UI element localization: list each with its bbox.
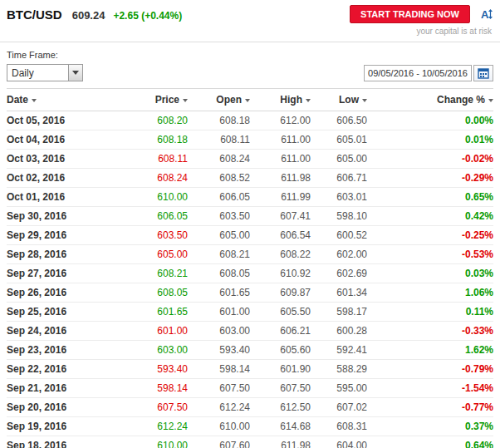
table-row: Sep 22, 2016593.40598.14601.90588.29-0.7… bbox=[7, 360, 493, 379]
cell-open: 607.60 bbox=[188, 436, 250, 448]
table-row: Oct 05, 2016608.20608.18612.00606.500.00… bbox=[7, 111, 493, 130]
cell-price: 610.00 bbox=[125, 436, 188, 448]
cell-open: 612.24 bbox=[188, 398, 250, 417]
cell-date: Sep 30, 2016 bbox=[7, 207, 125, 226]
cell-change: -0.33% bbox=[367, 322, 493, 341]
table-row: Sep 26, 2016608.05601.65609.87601.341.06… bbox=[7, 283, 493, 303]
calendar-icon bbox=[478, 67, 489, 79]
cell-change: -0.79% bbox=[367, 360, 493, 379]
cell-date: Sep 29, 2016 bbox=[7, 226, 125, 245]
font-size-icon[interactable]: A bbox=[478, 7, 493, 22]
cell-price: 601.65 bbox=[125, 303, 188, 322]
cell-change: 0.64% bbox=[367, 436, 493, 448]
column-header-price[interactable]: Price bbox=[125, 89, 188, 111]
table-row: Oct 04, 2016608.18608.11611.00605.010.01… bbox=[7, 130, 493, 150]
cell-change: -0.25% bbox=[367, 226, 493, 245]
cell-date: Sep 23, 2016 bbox=[7, 341, 125, 360]
cell-price: 607.50 bbox=[125, 398, 188, 417]
cell-high: 610.92 bbox=[250, 264, 311, 283]
history-table: Date Price Open High Low Change % Oct 05… bbox=[7, 88, 493, 448]
column-header-change[interactable]: Change % bbox=[367, 89, 493, 111]
top-bar: BTC/USD 609.24 +2.65 (+0.44%) START TRAD… bbox=[0, 0, 500, 36]
chevron-down-icon bbox=[72, 71, 79, 75]
cell-price: 605.00 bbox=[125, 245, 188, 264]
cell-change: -0.77% bbox=[367, 398, 493, 417]
cell-low: 598.17 bbox=[311, 303, 367, 322]
cell-open: 606.05 bbox=[188, 188, 250, 207]
cell-low: 592.41 bbox=[311, 341, 367, 360]
cell-high: 611.99 bbox=[250, 188, 311, 207]
cell-change: 0.65% bbox=[367, 188, 493, 207]
table-row: Sep 24, 2016601.00603.00606.21600.28-0.3… bbox=[7, 322, 493, 341]
sort-icon bbox=[32, 99, 37, 102]
cell-date: Oct 04, 2016 bbox=[7, 130, 125, 150]
table-row: Sep 23, 2016603.00593.40605.60592.411.62… bbox=[7, 341, 493, 360]
timeframe-label: Time Frame: bbox=[7, 50, 493, 60]
cell-price: 593.40 bbox=[125, 360, 188, 379]
cell-open: 608.18 bbox=[188, 111, 250, 130]
cell-price: 608.05 bbox=[125, 283, 188, 303]
column-header-low[interactable]: Low bbox=[311, 89, 367, 111]
cell-date: Sep 21, 2016 bbox=[7, 379, 125, 398]
table-row: Sep 20, 2016607.50612.24612.50607.02-0.7… bbox=[7, 398, 493, 417]
pair-title: BTC/USD bbox=[7, 7, 62, 22]
cell-open: 603.00 bbox=[188, 322, 250, 341]
top-right-block: START TRADING NOW A your capital is at r… bbox=[350, 5, 493, 36]
column-header-high[interactable]: High bbox=[250, 89, 311, 111]
cell-open: 601.65 bbox=[188, 283, 250, 303]
quote-block: BTC/USD 609.24 +2.65 (+0.44%) bbox=[7, 5, 182, 22]
column-header-open[interactable]: Open bbox=[188, 89, 250, 111]
cell-low: 600.28 bbox=[311, 322, 367, 341]
sort-icon bbox=[183, 99, 188, 102]
start-trading-button[interactable]: START TRADING NOW bbox=[350, 5, 470, 23]
cell-open: 608.05 bbox=[188, 264, 250, 283]
cell-price: 610.00 bbox=[125, 188, 188, 207]
cell-low: 600.52 bbox=[311, 226, 367, 245]
cell-change: -1.54% bbox=[367, 379, 493, 398]
cell-low: 606.50 bbox=[311, 111, 367, 130]
cell-high: 609.87 bbox=[250, 283, 311, 303]
cell-high: 611.98 bbox=[250, 436, 311, 448]
cell-date: Sep 28, 2016 bbox=[7, 245, 125, 264]
cell-low: 604.00 bbox=[311, 436, 367, 448]
cell-change: -0.53% bbox=[367, 245, 493, 264]
cell-high: 605.50 bbox=[250, 303, 311, 322]
table-row: Oct 01, 2016610.00606.05611.99603.010.65… bbox=[7, 188, 493, 207]
cell-open: 610.00 bbox=[188, 417, 250, 436]
svg-text:A: A bbox=[481, 8, 489, 21]
cell-date: Sep 22, 2016 bbox=[7, 360, 125, 379]
table-row: Oct 03, 2016608.11608.24611.00605.00-0.0… bbox=[7, 150, 493, 169]
cell-low: 608.31 bbox=[311, 417, 367, 436]
table-body: Oct 05, 2016608.20608.18612.00606.500.00… bbox=[7, 111, 493, 448]
cell-date: Oct 05, 2016 bbox=[7, 111, 125, 130]
cell-price: 601.00 bbox=[125, 322, 188, 341]
cell-open: 607.50 bbox=[188, 379, 250, 398]
cell-low: 606.71 bbox=[311, 169, 367, 188]
date-range-input[interactable]: 09/05/2016 - 10/05/2016 bbox=[364, 65, 472, 81]
table-row: Sep 18, 2016610.00607.60611.98604.000.64… bbox=[7, 436, 493, 448]
cell-high: 611.98 bbox=[250, 169, 311, 188]
cell-open: 598.14 bbox=[188, 360, 250, 379]
cell-change: 0.00% bbox=[367, 111, 493, 130]
cell-change: 1.06% bbox=[367, 283, 493, 303]
cell-high: 614.68 bbox=[250, 417, 311, 436]
timeframe-select[interactable]: Daily bbox=[7, 64, 83, 81]
cell-low: 598.10 bbox=[311, 207, 367, 226]
calendar-button[interactable] bbox=[473, 65, 493, 81]
cell-open: 603.50 bbox=[188, 207, 250, 226]
select-arrow-button[interactable] bbox=[68, 65, 82, 81]
cell-price: 608.18 bbox=[125, 130, 188, 150]
cell-change: 0.37% bbox=[367, 417, 493, 436]
cell-high: 607.41 bbox=[250, 207, 311, 226]
cell-low: 601.34 bbox=[311, 283, 367, 303]
cell-high: 612.00 bbox=[250, 111, 311, 130]
price-change: +2.65 (+0.44%) bbox=[113, 10, 182, 22]
cell-date: Sep 27, 2016 bbox=[7, 264, 125, 283]
cell-high: 607.50 bbox=[250, 379, 311, 398]
cell-low: 605.01 bbox=[311, 130, 367, 150]
cell-low: 607.02 bbox=[311, 398, 367, 417]
cell-price: 608.20 bbox=[125, 111, 188, 130]
table-row: Sep 28, 2016605.00608.21608.22602.00-0.5… bbox=[7, 245, 493, 264]
column-header-date[interactable]: Date bbox=[7, 89, 125, 111]
cell-price: 603.50 bbox=[125, 226, 188, 245]
